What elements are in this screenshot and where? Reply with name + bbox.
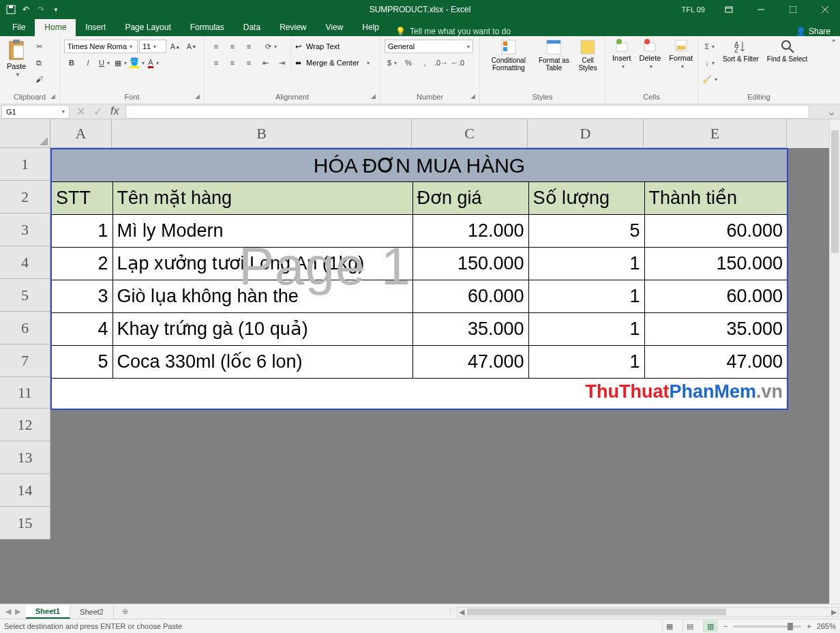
row-header-11[interactable]: 11 — [0, 377, 50, 409]
percent-icon[interactable]: % — [401, 55, 416, 70]
increase-font-icon[interactable]: A▲ — [168, 39, 183, 54]
delete-cells-button[interactable]: Delete▾ — [635, 38, 665, 71]
currency-icon[interactable]: $▾ — [385, 55, 400, 70]
conditional-formatting-button[interactable]: Conditional Formatting — [483, 38, 535, 73]
tab-review[interactable]: Review — [270, 19, 316, 36]
cell[interactable]: 12.000 — [412, 214, 528, 247]
decrease-font-icon[interactable]: A▼ — [184, 39, 199, 54]
cell[interactable]: 35.000 — [412, 312, 528, 345]
align-right-icon[interactable]: ≡ — [241, 55, 256, 70]
tab-insert[interactable]: Insert — [76, 19, 115, 36]
cell[interactable]: 60.000 — [412, 280, 528, 312]
align-center-icon[interactable]: ≡ — [225, 55, 240, 70]
align-bottom-icon[interactable]: ≡ — [241, 39, 256, 54]
page-layout-view-icon[interactable]: ▤ — [682, 620, 698, 632]
cancel-formula-icon[interactable]: ✕ — [76, 105, 85, 118]
cell[interactable]: 60.000 — [644, 214, 787, 247]
col-header-price[interactable]: Đơn giá — [412, 181, 528, 214]
col-header-stt[interactable]: STT — [51, 181, 112, 214]
new-sheet-icon[interactable]: ⊕ — [114, 607, 136, 616]
dialog-launcher-icon[interactable]: ◢ — [470, 93, 475, 100]
col-header-E[interactable]: E — [644, 119, 787, 148]
ribbon-display-icon[interactable] — [713, 0, 744, 19]
col-header-C[interactable]: C — [412, 119, 528, 148]
col-header-A[interactable]: A — [50, 119, 112, 148]
select-all-corner[interactable] — [0, 119, 50, 148]
next-sheet-icon[interactable]: ▶ — [15, 607, 20, 616]
worksheet-area[interactable]: ABCDE 12345671112131415 HÓA ĐƠN MUA HÀNG… — [0, 119, 840, 604]
col-header-D[interactable]: D — [528, 119, 644, 148]
enter-formula-icon[interactable]: ✓ — [93, 105, 102, 118]
increase-decimal-icon[interactable]: .0→ — [434, 55, 449, 70]
name-box[interactable]: G1▾ — [1, 105, 70, 119]
cell[interactable]: 35.000 — [644, 312, 787, 345]
increase-indent-icon[interactable]: ⇥ — [274, 55, 289, 70]
comma-icon[interactable]: , — [417, 55, 432, 70]
qat-dropdown-icon[interactable]: ▼ — [50, 4, 61, 15]
paste-button[interactable]: Paste ▼ — [3, 38, 30, 79]
border-icon[interactable]: ▦▾ — [113, 55, 128, 70]
underline-button[interactable]: U▾ — [97, 55, 112, 70]
decrease-indent-icon[interactable]: ⇤ — [258, 55, 273, 70]
wrap-text-button[interactable]: ↩ Wrap Text — [295, 39, 370, 54]
align-middle-icon[interactable]: ≡ — [225, 39, 240, 54]
row-header-2[interactable]: 2 — [0, 181, 50, 214]
tab-page-layout[interactable]: Page Layout — [115, 19, 180, 36]
tab-formulas[interactable]: Formulas — [181, 19, 234, 36]
bold-button[interactable]: B — [64, 55, 79, 70]
autosum-icon[interactable]: Σ▾ — [702, 39, 717, 54]
tab-file[interactable]: File — [3, 19, 35, 36]
undo-icon[interactable]: ↶ — [20, 4, 31, 15]
dialog-launcher-icon[interactable]: ◢ — [50, 93, 55, 100]
fx-icon[interactable]: fx — [110, 105, 119, 118]
col-header-qty[interactable]: Số lượng — [528, 181, 644, 214]
zoom-out-icon[interactable]: − — [723, 622, 728, 630]
col-header-name[interactable]: Tên mặt hàng — [112, 181, 412, 214]
cell[interactable]: 150.000 — [412, 247, 528, 280]
cell[interactable]: Lạp xưởng tươi Long An (1kg) — [112, 247, 412, 280]
row-header-6[interactable]: 6 — [0, 312, 50, 344]
redo-icon[interactable]: ↷ — [35, 4, 46, 15]
cell[interactable]: 60.000 — [644, 280, 787, 312]
fill-icon[interactable]: ↓▾ — [702, 55, 717, 70]
italic-button[interactable]: I — [80, 55, 95, 70]
tab-data[interactable]: Data — [234, 19, 270, 36]
tab-view[interactable]: View — [316, 19, 353, 36]
horizontal-scrollbar[interactable]: ◀▶ — [457, 607, 839, 617]
tab-help[interactable]: Help — [352, 19, 389, 36]
save-icon[interactable] — [5, 4, 16, 15]
cell[interactable]: 47.000 — [644, 345, 787, 378]
tab-home[interactable]: Home — [35, 19, 76, 36]
dialog-launcher-icon[interactable]: ◢ — [195, 93, 200, 100]
dialog-launcher-icon[interactable]: ◢ — [371, 93, 376, 100]
share-button[interactable]: 👤 Share — [786, 27, 840, 36]
cell[interactable]: 1 — [528, 312, 644, 345]
minimize-icon[interactable] — [745, 0, 776, 19]
font-size-combo[interactable]: 11▾ — [139, 40, 166, 53]
zoom-in-icon[interactable]: + — [807, 622, 811, 630]
cell[interactable]: 2 — [51, 247, 112, 280]
font-color-icon[interactable]: A▾ — [146, 55, 161, 70]
cell[interactable]: Mì ly Modern — [112, 214, 412, 247]
tab-split-icon[interactable]: ⋮ — [444, 607, 457, 616]
cell[interactable]: 5 — [51, 345, 112, 378]
row-header-1[interactable]: 1 — [0, 148, 50, 181]
align-top-icon[interactable]: ≡ — [209, 39, 224, 54]
copy-icon[interactable]: ⧉ — [31, 55, 46, 70]
row-header-3[interactable]: 3 — [0, 214, 50, 246]
sheet-tab-2[interactable]: Sheet2 — [70, 606, 114, 618]
clear-icon[interactable]: 🧹▾ — [702, 72, 717, 87]
cell[interactable]: 1 — [528, 247, 644, 280]
orientation-icon[interactable]: ⟳▾ — [263, 39, 278, 54]
insert-cells-button[interactable]: Insert▾ — [608, 38, 635, 71]
close-icon[interactable] — [809, 0, 840, 19]
collapse-ribbon-icon[interactable]: ˄ — [828, 36, 840, 104]
formula-bar[interactable] — [125, 105, 809, 119]
cell-styles-button[interactable]: Cell Styles — [573, 38, 602, 73]
sheet-tab-1[interactable]: Sheet1 — [26, 605, 70, 619]
zoom-slider[interactable] — [733, 625, 801, 628]
fill-color-icon[interactable]: 🪣▾ — [130, 55, 145, 70]
cell[interactable]: 4 — [51, 312, 112, 345]
maximize-icon[interactable] — [777, 0, 808, 19]
footer-row[interactable]: ThuThuatPhanMem.vn — [51, 378, 787, 409]
